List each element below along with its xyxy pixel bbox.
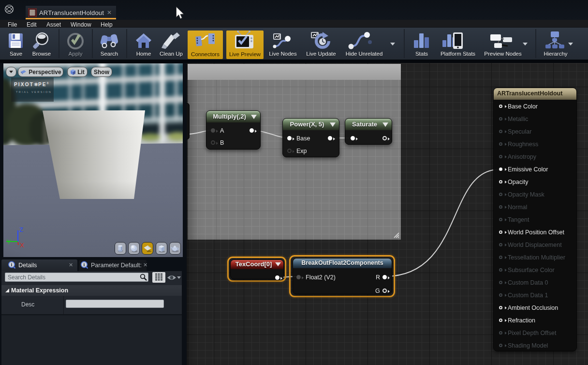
svg-text:Z: Z [19,226,23,233]
svg-text:X: X [20,242,24,249]
svg-text:Y: Y [7,238,11,245]
svg-text:i: i [84,262,85,267]
svg-text:i: i [11,262,13,267]
